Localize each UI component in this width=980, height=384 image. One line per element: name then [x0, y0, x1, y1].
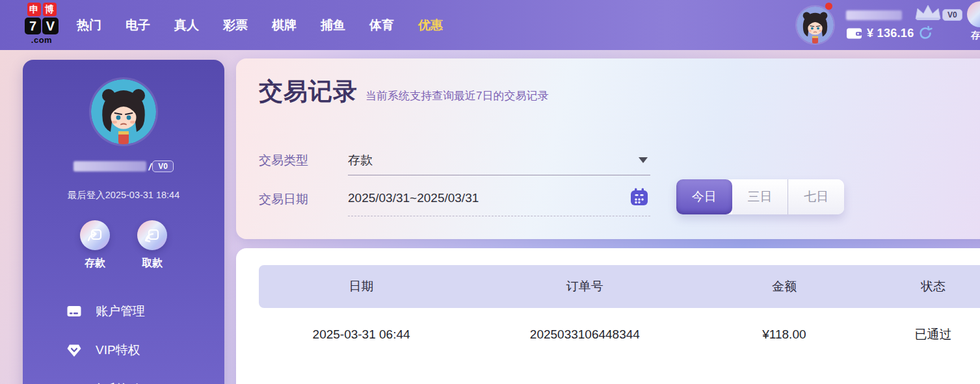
username-masked [73, 161, 146, 172]
site-logo[interactable]: 申 博 7 V .com [23, 3, 60, 45]
divider [348, 175, 650, 175]
deposit-icon [80, 220, 110, 250]
quick-actions: 存款取款 [23, 220, 224, 270]
nav-item[interactable]: 棋牌 [272, 17, 297, 34]
table-cell: 2025-03-31 06:44 [259, 308, 464, 361]
notification-dot [825, 3, 832, 10]
header-cell: 金额 [706, 265, 863, 308]
transaction-type-label: 交易类型 [259, 152, 308, 169]
sidebar-item-VIP特权[interactable]: VIP特权 [23, 331, 224, 370]
nav-item[interactable]: 体育 [369, 17, 394, 34]
top-navigation-bar: 申 博 7 V .com 热门电子真人彩票棋牌捕鱼体育优惠 V0 [0, 0, 980, 50]
transaction-filter-panel: 交易记录 当前系统支持查询最近7日的交易记录 交易类型 存款 交易日期 2025… [236, 58, 980, 239]
account-sidebar: / V0 最后登入2025-03-31 18:44 存款取款 账户管理VIP特权… [23, 60, 224, 384]
nav-item[interactable]: 彩票 [223, 17, 248, 34]
user-avatar[interactable] [797, 6, 834, 44]
divider [348, 216, 650, 216]
vip-crown-icon [914, 5, 941, 21]
range-button-今日[interactable]: 今日 [676, 179, 732, 214]
header-cell: 日期 [259, 265, 464, 308]
quick-deposit-icon [967, 1, 980, 27]
header-cell: 状态 [862, 265, 980, 308]
red-packet-icon [66, 381, 83, 384]
logo-badge-right: 博 [43, 3, 57, 16]
username-masked [846, 10, 902, 20]
page-title: 交易记录 [259, 75, 358, 108]
chevron-down-icon[interactable] [639, 157, 648, 163]
sidebar-item-label: 红利红包 [96, 381, 145, 384]
withdraw-icon [137, 220, 167, 250]
main-nav: 热门电子真人彩票棋牌捕鱼体育优惠 [77, 0, 443, 50]
logo-letter-7: 7 [25, 18, 41, 34]
sidebar-item-label: VIP特权 [96, 342, 140, 359]
table-cell: ¥118.00 [706, 308, 863, 361]
profile-avatar[interactable] [91, 79, 156, 144]
refresh-balance-icon[interactable] [918, 26, 933, 40]
quick-action-label: 取款 [137, 257, 167, 270]
quick-action-取款[interactable]: 取款 [137, 220, 167, 270]
logo-suffix: .com [23, 35, 60, 45]
nav-item[interactable]: 真人 [174, 17, 199, 34]
vip-level-badge: V0 [152, 160, 174, 172]
sidebar-item-红利红包[interactable]: 红利红包 [23, 370, 224, 384]
table-cell: 2025033106448344 [464, 308, 706, 361]
wallet-icon [846, 27, 862, 40]
sidebar-item-账户管理[interactable]: 账户管理 [23, 292, 224, 331]
table-cell: 已通过 [862, 308, 980, 361]
table-body: 2025-03-31 06:442025033106448344¥118.00已… [259, 308, 980, 361]
logo-letter-v: V [42, 18, 59, 34]
transaction-date-label: 交易日期 [259, 191, 308, 208]
vip-icon [66, 342, 83, 359]
quick-deposit-button[interactable]: 存 [967, 1, 980, 42]
balance-amount: ¥ 136.16 [867, 27, 914, 40]
range-button-三日[interactable]: 三日 [732, 179, 789, 214]
logo-badge-left: 申 [27, 3, 41, 16]
vip-level-badge: V0 [942, 9, 962, 21]
quick-action-label: 存款 [80, 257, 110, 270]
nav-item[interactable]: 优惠 [418, 17, 443, 34]
table-row: 2025-03-31 06:442025033106448344¥118.00已… [259, 308, 980, 361]
header-cell: 订单号 [464, 265, 706, 308]
transaction-type-select[interactable]: 存款 [348, 152, 373, 169]
sidebar-menu: 账户管理VIP特权红利红包 [23, 292, 224, 384]
calendar-icon[interactable] [629, 187, 649, 207]
card-icon [66, 303, 83, 320]
last-login-text: 最后登入2025-03-31 18:44 [23, 189, 224, 201]
nav-item[interactable]: 热门 [77, 17, 101, 34]
transaction-date-input[interactable]: 2025/03/31~2025/03/31 [348, 191, 479, 205]
transaction-table-panel: 日期订单号金额状态 2025-03-31 06:4420250331064483… [236, 248, 980, 384]
transaction-type-row: 交易类型 存款 [259, 144, 675, 175]
page-subtitle: 当前系统支持查询最近7日的交易记录 [365, 88, 548, 103]
date-range-group: 今日三日七日 [676, 179, 844, 214]
transaction-date-row: 交易日期 2025/03/31~2025/03/31 [259, 181, 675, 216]
sidebar-item-label: 账户管理 [96, 303, 145, 320]
quick-action-存款[interactable]: 存款 [80, 220, 110, 270]
nav-item[interactable]: 捕鱼 [321, 17, 345, 34]
nav-item[interactable]: 电子 [126, 17, 150, 34]
range-button-七日[interactable]: 七日 [788, 179, 844, 214]
table-header-row: 日期订单号金额状态 [259, 265, 980, 308]
